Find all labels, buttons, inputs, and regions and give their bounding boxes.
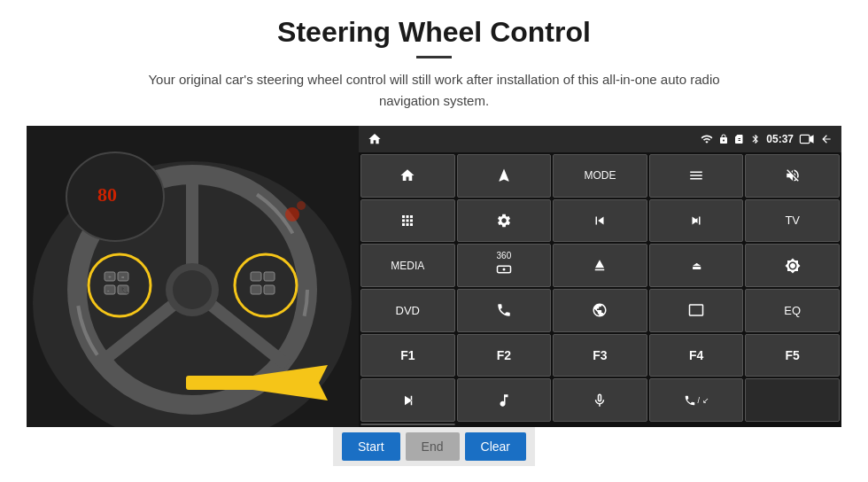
btn-f1[interactable]: F1: [360, 334, 455, 377]
control-button-grid: MODE TV: [359, 152, 841, 427]
page-subtitle: Your original car's steering wheel contr…: [124, 69, 744, 112]
bluetooth-icon: [750, 134, 761, 144]
status-bar: 05:37: [359, 126, 841, 152]
status-right: 05:37: [701, 133, 833, 145]
back-arrow-icon: [820, 133, 833, 145]
page-container: Steering Wheel Control Your original car…: [0, 0, 868, 482]
sim-icon: [734, 134, 745, 144]
btn-mic[interactable]: [553, 378, 647, 422]
page-title: Steering Wheel Control: [277, 16, 591, 49]
btn-call-vol[interactable]: / ↙: [649, 378, 744, 422]
bottom-action-bar: Start End Clear: [333, 427, 535, 466]
btn-eject[interactable]: [553, 244, 647, 287]
btn-dvd[interactable]: DVD: [360, 289, 455, 332]
svg-rect-22: [264, 285, 275, 294]
btn-playpause[interactable]: [360, 378, 455, 422]
btn-home[interactable]: [360, 154, 455, 198]
rec-icon: [799, 133, 815, 145]
svg-point-8: [173, 270, 212, 309]
btn-f4[interactable]: F4: [649, 334, 744, 377]
title-divider: [416, 56, 452, 58]
svg-point-27: [285, 207, 299, 222]
svg-text:+: +: [108, 274, 112, 281]
svg-rect-19: [251, 272, 261, 281]
btn-f5[interactable]: F5: [745, 334, 840, 377]
btn-menu[interactable]: [649, 154, 744, 198]
clear-button[interactable]: Clear: [465, 432, 526, 461]
btn-prev[interactable]: [553, 199, 647, 243]
svg-rect-21: [251, 285, 261, 294]
svg-rect-12: [105, 285, 115, 294]
btn-browse[interactable]: [553, 289, 647, 332]
btn-mode[interactable]: MODE: [553, 154, 647, 198]
btn-tv[interactable]: TV: [745, 199, 840, 243]
btn-empty1: [745, 378, 840, 422]
btn-360[interactable]: 360: [457, 244, 552, 287]
svg-rect-24: [186, 376, 319, 390]
svg-point-32: [502, 268, 505, 271]
btn-f2[interactable]: F2: [457, 334, 552, 377]
steering-wheel-image: + ≡ - 📞 80: [27, 126, 359, 427]
svg-text:📞: 📞: [121, 286, 129, 294]
end-button[interactable]: End: [406, 432, 460, 461]
btn-media[interactable]: MEDIA: [360, 244, 455, 287]
btn-mute[interactable]: [745, 154, 840, 198]
headunit-display: 05:37: [359, 126, 841, 427]
btn-empty2: [360, 424, 455, 425]
content-row: + ≡ - 📞 80: [27, 126, 841, 427]
svg-rect-20: [264, 272, 275, 281]
btn-music[interactable]: [457, 378, 552, 422]
lock-icon: [718, 134, 729, 144]
btn-nav[interactable]: [457, 154, 552, 198]
btn-next[interactable]: [649, 199, 744, 243]
btn-screen[interactable]: [649, 289, 744, 332]
svg-rect-29: [800, 135, 810, 143]
wifi-icon: [701, 133, 713, 145]
btn-apps[interactable]: [360, 199, 455, 243]
status-time: 05:37: [766, 133, 794, 145]
btn-phone[interactable]: [457, 289, 552, 332]
status-left: [368, 132, 382, 146]
svg-text:80: 80: [97, 183, 117, 206]
btn-brightness[interactable]: [745, 244, 840, 287]
btn-eq[interactable]: EQ: [745, 289, 840, 332]
svg-point-28: [297, 201, 306, 210]
btn-radio[interactable]: ⏏: [649, 244, 744, 287]
btn-settings[interactable]: [457, 199, 552, 243]
btn-f3[interactable]: F3: [553, 334, 647, 377]
start-button[interactable]: Start: [342, 432, 400, 461]
home-status-icon: [368, 132, 382, 146]
svg-marker-30: [810, 135, 814, 143]
